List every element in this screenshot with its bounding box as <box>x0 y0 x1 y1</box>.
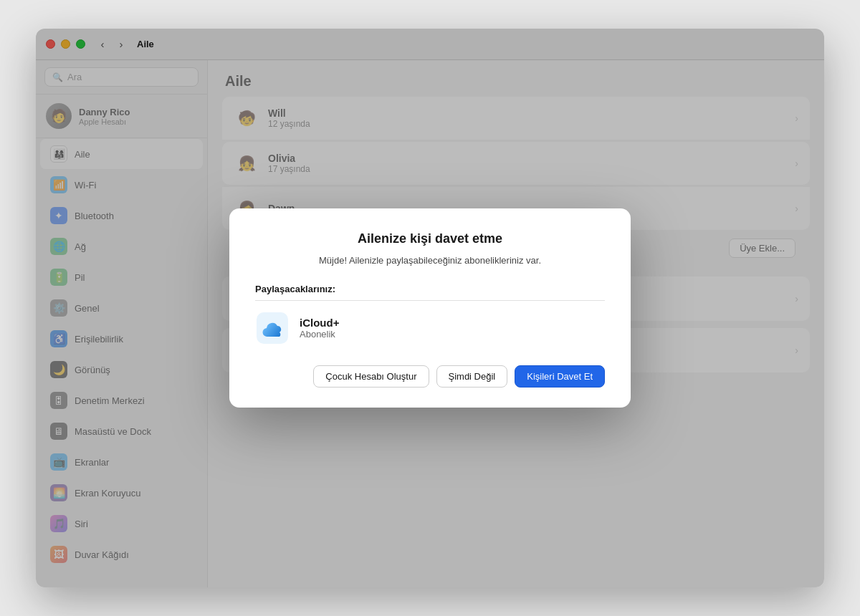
modal-title: Ailenize kişi davet etme <box>255 231 605 246</box>
subscription-type: Abonelik <box>300 329 339 340</box>
create-child-account-button[interactable]: Çocuk Hesabı Oluştur <box>313 365 429 388</box>
modal-dialog: Ailenize kişi davet etme Müjde! Ailenizl… <box>229 208 631 408</box>
subscription-info: iCloud+ Abonelik <box>300 317 339 340</box>
icloud-icon <box>255 311 290 345</box>
main-window: ‹ › Aile 🔍 🧑 Danny Rico Apple Hesabı <box>36 29 824 587</box>
invite-people-button[interactable]: Kişileri Davet Et <box>515 365 605 388</box>
modal-subscription-row: iCloud+ Abonelik <box>255 311 605 345</box>
subscription-name: iCloud+ <box>300 317 339 329</box>
not-now-button[interactable]: Şimdi Değil <box>436 365 508 388</box>
main-content: 🔍 🧑 Danny Rico Apple Hesabı 👨‍👩‍👧 Aile 📶… <box>36 60 824 587</box>
modal-buttons: Çocuk Hesabı Oluştur Şimdi Değil Kişiler… <box>255 365 605 388</box>
modal-section-label: Paylaşacaklarınız: <box>255 284 605 294</box>
modal-subtitle: Müjde! Ailenizle paylaşabileceğiniz abon… <box>255 254 605 268</box>
modal-divider <box>255 300 605 301</box>
modal-overlay: Ailenize kişi davet etme Müjde! Ailenizl… <box>36 60 824 587</box>
